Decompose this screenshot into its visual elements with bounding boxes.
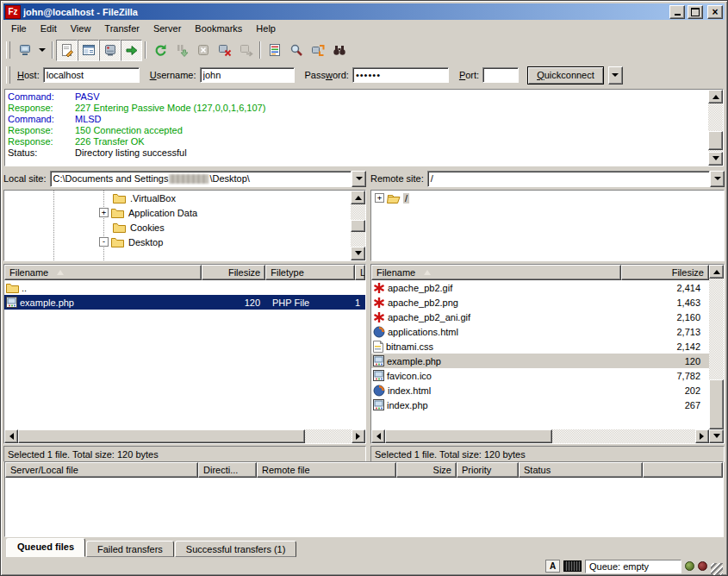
resize-grip[interactable] [711,563,723,575]
scroll-up-button[interactable] [709,265,724,279]
collapse-icon[interactable]: - [99,237,109,247]
cancel-button[interactable] [192,40,214,61]
file-row-apache-pb2-ani-gif[interactable]: apache_pb2_ani.gif 2,160 [371,310,709,324]
local-path-input[interactable]: C:\Documents and Settings\Desktop\ [50,171,352,187]
file-row-apache-pb2-gif[interactable]: apache_pb2.gif 2,414 [371,280,709,295]
find-files-button[interactable] [285,40,307,61]
maximize-button[interactable] [688,5,703,19]
scroll-down-button[interactable] [708,152,723,166]
toggle-message-log-button[interactable] [56,40,78,61]
site-manager-button[interactable] [14,40,35,61]
tree-item-cookies[interactable]: Cookies [4,220,351,235]
site-manager-dropdown-button[interactable] [35,40,49,61]
scroll-thumb[interactable] [18,429,305,443]
synchronized-browsing-button[interactable] [307,40,328,61]
scroll-track[interactable] [709,279,724,429]
tab-failed-transfers[interactable]: Failed transfers [86,541,174,557]
menu-view[interactable]: View [64,21,98,36]
column-header-status[interactable]: Status [519,462,643,478]
filter-list-icon [268,43,282,57]
expand-icon[interactable]: + [375,193,384,203]
process-queue-button[interactable] [171,40,192,61]
close-button[interactable]: × [707,5,723,19]
column-header-remote-file[interactable]: Remote file [257,462,396,478]
speed-limits-icon[interactable] [563,560,582,572]
scroll-down-button[interactable] [709,429,724,443]
toggle-transfer-queue-button[interactable] [121,40,142,61]
file-row-index-php[interactable]: index.php 267 [371,398,709,412]
file-row-applications-html[interactable]: applications.html 2,713 [371,324,709,339]
minimize-button[interactable] [669,5,685,19]
toggle-local-tree-button[interactable] [78,40,99,61]
menu-bookmarks[interactable]: Bookmarks [188,21,249,36]
refresh-button[interactable] [149,40,171,61]
scroll-right-button[interactable] [352,429,365,443]
scroll-up-button[interactable] [708,90,723,103]
file-row-example-php[interactable]: example.php 120 [371,354,709,368]
column-header-direction[interactable]: Directi... [198,462,257,478]
scroll-right-button[interactable] [695,429,709,443]
scroll-track[interactable] [18,429,352,443]
scroll-track[interactable] [351,204,365,247]
menu-help[interactable]: Help [249,21,283,36]
tree-item-desktop[interactable]: - Desktop [4,235,351,249]
scroll-up-button[interactable] [351,191,365,204]
data-type-indicator-icon[interactable]: A [545,560,560,573]
expand-icon[interactable]: + [99,208,109,217]
menu-file[interactable]: File [4,21,34,36]
local-path-dropdown-button[interactable] [352,171,366,187]
quickconnect-button[interactable]: Quickconnect [527,66,604,85]
log-line-label: Command: [8,91,75,103]
toolbar-gripper[interactable] [6,41,10,59]
column-header-filetype[interactable]: Filetype [265,265,355,280]
scroll-down-button[interactable] [351,247,365,260]
column-header-filesize[interactable]: Filesize [202,265,265,280]
toggle-remote-tree-button[interactable] [99,40,121,61]
scroll-thumb[interactable] [351,220,365,232]
scroll-thumb[interactable] [385,429,552,443]
scroll-left-button[interactable] [4,429,18,443]
column-header-filename[interactable]: Filename [4,265,202,280]
remote-path-input[interactable]: / [427,171,710,187]
menu-edit[interactable]: Edit [34,21,64,36]
scroll-thumb[interactable] [708,131,723,150]
remote-path-dropdown-button[interactable] [710,171,725,187]
column-header-priority[interactable]: Priority [457,462,519,478]
minimize-icon [675,14,681,16]
tree-item-virtualbox[interactable]: .VirtualBox [4,191,351,205]
file-row-index-html[interactable]: index.html 202 [371,383,709,398]
tree-item-root[interactable]: + / [371,191,724,205]
menu-server[interactable]: Server [146,21,188,36]
port-input[interactable] [482,67,519,83]
scroll-track[interactable] [385,429,695,443]
reconnect-button[interactable] [235,40,257,61]
tree-item-application-data[interactable]: + Application Data [4,205,351,220]
file-row-parent-dir[interactable]: .. [4,280,365,295]
column-header-size[interactable]: Size [396,462,457,478]
password-input[interactable] [352,67,449,83]
directory-comparison-button[interactable] [328,40,350,61]
file-row-apache-pb2-png[interactable]: apache_pb2.png 1,463 [371,295,709,310]
file-row-example-php[interactable]: example.php 120 PHP File 1 [4,295,365,310]
column-header-filesize[interactable]: Filesize [621,265,709,280]
column-header-lastmodified[interactable]: L [355,265,365,280]
host-input[interactable] [43,67,140,83]
quickconnect-gripper[interactable] [6,66,10,84]
column-header-server-local-file[interactable]: Server/Local file [5,462,198,478]
file-row-bitnami-css[interactable]: bitnami.css 2,142 [371,339,709,354]
arrow-up-icon [712,91,719,99]
scroll-track[interactable] [708,103,723,152]
quickconnect-dropdown-button[interactable] [608,66,623,85]
scroll-left-button[interactable] [371,429,385,443]
transfer-queue-icon [125,43,139,57]
local-pane: Local site: C:\Documents and Settings\De… [3,169,366,459]
username-input[interactable] [200,67,295,83]
tab-successful-transfers[interactable]: Successful transfers (1) [175,541,297,557]
menu-transfer[interactable]: Transfer [97,21,146,36]
column-header-filename[interactable]: Filename [371,265,621,280]
directory-listing-filters-button[interactable] [264,40,285,61]
disconnect-button[interactable] [214,40,235,61]
scroll-thumb[interactable] [709,379,724,429]
tab-queued-files[interactable]: Queued files [6,538,85,557]
file-row-favicon-ico[interactable]: favicon.ico 7,782 [371,368,709,383]
